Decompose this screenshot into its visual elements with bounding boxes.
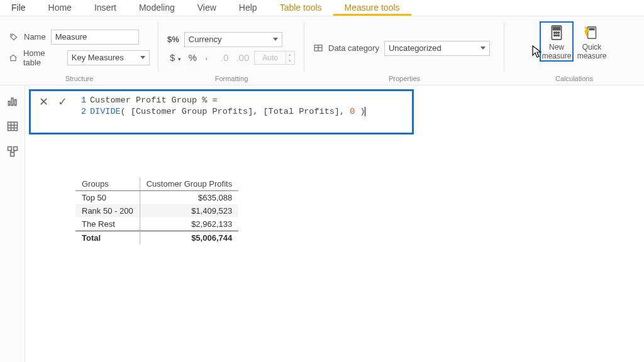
table-row[interactable]: The Rest $2,962,133: [75, 217, 238, 231]
svg-rect-24: [13, 147, 17, 151]
decimals-value: Auto: [255, 53, 286, 62]
group-label-calculations: Calculations: [513, 75, 635, 84]
chevron-down-icon: [140, 56, 145, 59]
column-header-groups[interactable]: Groups: [75, 177, 140, 191]
svg-rect-6: [553, 27, 560, 30]
table-row[interactable]: Top 50 $635,088: [75, 191, 238, 205]
name-input[interactable]: Measure: [51, 30, 139, 45]
tab-file[interactable]: File: [0, 0, 37, 16]
chevron-down-icon[interactable]: ▾: [286, 58, 294, 64]
svg-rect-17: [14, 100, 16, 106]
tab-home[interactable]: Home: [37, 0, 83, 16]
svg-point-12: [558, 35, 559, 36]
chevron-up-icon[interactable]: ▴: [286, 52, 294, 58]
model-view-button[interactable]: [6, 145, 19, 158]
new-measure-label: New measure: [542, 43, 572, 60]
line-number: 1: [77, 95, 86, 106]
svg-rect-14: [589, 28, 594, 31]
svg-point-0: [12, 35, 13, 36]
ribbon: Name Measure Home table Key Measures Str…: [0, 16, 644, 85]
ribbon-group-calculations: New measure Quick measure Calculations: [504, 16, 644, 85]
new-measure-button[interactable]: New measure: [540, 21, 574, 62]
currency-button[interactable]: $ ▾: [167, 51, 184, 64]
calculator-icon: [548, 24, 565, 41]
cancel-formula-button[interactable]: ✕: [37, 95, 50, 109]
format-value: Currency: [189, 35, 222, 44]
home-table-select[interactable]: Key Measures: [67, 50, 150, 65]
report-canvas[interactable]: Groups Customer Group Profits Top 50 $63…: [25, 134, 644, 362]
view-rail: [0, 85, 25, 362]
svg-rect-15: [8, 101, 10, 106]
quick-measure-button[interactable]: Quick measure: [575, 21, 609, 60]
chevron-down-icon: [273, 38, 278, 41]
decimals-stepper[interactable]: Auto ▴▾: [254, 51, 295, 65]
thousands-button[interactable]: ,: [202, 51, 216, 64]
name-label: Name: [24, 32, 46, 41]
tab-measure-tools[interactable]: Measure tools: [333, 0, 411, 16]
formula-function: DIVIDE: [90, 107, 121, 116]
ribbon-group-structure: Name Measure Home table Key Measures Str…: [0, 16, 158, 85]
svg-point-11: [556, 35, 557, 36]
tab-modeling[interactable]: Modeling: [128, 0, 186, 16]
tag-icon: [9, 32, 19, 42]
table-row[interactable]: Rank 50 - 200 $1,409,523: [75, 204, 238, 217]
table-total-row[interactable]: Total $5,006,744: [75, 231, 238, 245]
svg-point-7: [554, 32, 555, 33]
group-label-formatting: Formatting: [167, 75, 296, 84]
svg-rect-16: [11, 98, 13, 106]
group-label-properties: Properties: [313, 75, 496, 84]
svg-rect-18: [8, 122, 17, 130]
group-label-structure: Structure: [9, 75, 150, 84]
home-icon: [9, 53, 18, 63]
column-header-cgp[interactable]: Customer Group Profits: [140, 177, 238, 191]
tab-view[interactable]: View: [186, 0, 228, 16]
format-select[interactable]: Currency: [184, 32, 282, 47]
commit-formula-button[interactable]: ✓: [56, 95, 69, 109]
formula-line-1: Customer Profit Group % =: [90, 96, 218, 105]
tab-insert[interactable]: Insert: [83, 0, 128, 16]
text-caret: [365, 107, 365, 116]
chevron-down-icon: [480, 47, 486, 50]
ribbon-group-properties: Data category Uncategorized Properties: [304, 16, 504, 85]
increase-decimal-button[interactable]: .00: [233, 51, 252, 64]
data-category-value: Uncategorized: [389, 43, 441, 53]
data-category-icon: [313, 43, 323, 53]
tab-table-tools[interactable]: Table tools: [269, 0, 333, 16]
name-value: Measure: [55, 32, 87, 41]
data-category-label: Data category: [328, 43, 379, 53]
ribbon-tab-strip: File Home Insert Modeling View Help Tabl…: [0, 0, 644, 16]
formula-bar[interactable]: ✕ ✓ 1Customer Profit Group % = 2DIVIDE( …: [29, 89, 414, 134]
line-number: 2: [77, 106, 86, 118]
svg-text:,: ,: [206, 53, 208, 60]
svg-point-10: [554, 35, 555, 36]
quick-calculator-icon: [583, 24, 601, 41]
report-view-button[interactable]: [6, 94, 19, 108]
ribbon-group-formatting: $% Currency $ ▾ % , .0 .00 Auto ▴▾: [158, 16, 304, 85]
data-category-select[interactable]: Uncategorized: [384, 41, 490, 56]
percent-button[interactable]: %: [186, 51, 199, 64]
tab-help[interactable]: Help: [228, 0, 269, 16]
svg-point-9: [558, 32, 559, 33]
currency-prefix-icon: $%: [167, 35, 179, 44]
svg-rect-25: [10, 153, 14, 156]
data-view-button[interactable]: [6, 119, 19, 133]
quick-measure-label: Quick measure: [575, 43, 609, 60]
svg-rect-23: [8, 147, 11, 151]
formula-text[interactable]: 1Customer Profit Group % = 2DIVIDE( [Cus…: [75, 91, 412, 133]
table-visual[interactable]: Groups Customer Group Profits Top 50 $63…: [75, 177, 238, 244]
svg-point-8: [556, 32, 557, 33]
home-table-value: Key Measures: [72, 53, 124, 62]
decrease-decimal-button[interactable]: .0: [218, 51, 231, 64]
home-table-label: Home table: [23, 48, 62, 67]
